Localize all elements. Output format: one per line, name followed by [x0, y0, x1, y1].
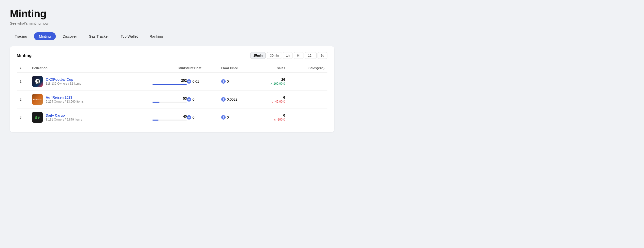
time-btn-15min[interactable]: 15min — [250, 52, 266, 59]
col-mint-cost: Mint Cost — [187, 66, 221, 70]
mint-bar — [152, 84, 187, 85]
collection-cell: REISENAuf Reisen 20239,294 Owners / 13,5… — [32, 94, 101, 105]
page-title: Minting — [10, 8, 334, 20]
collection-name[interactable]: Daily Cargo — [46, 113, 82, 117]
eth-icon — [187, 97, 191, 102]
collection-name[interactable]: Auf Reisen 2023 — [46, 95, 84, 99]
sales-cell: 26↗ 160.00% — [256, 78, 285, 85]
eth-icon — [221, 97, 226, 102]
table-row: 2REISENAuf Reisen 20239,294 Owners / 13,… — [17, 91, 328, 109]
chart-cell — [285, 112, 324, 122]
collection-meta: 118,139 Owners / 32 Items — [46, 82, 81, 85]
mint-bar-container — [152, 102, 187, 103]
row-num: 2 — [20, 97, 32, 101]
time-filters: 15min30min1h6h12h1d — [250, 52, 328, 59]
eth-icon — [187, 79, 191, 84]
sales-change: ↗ 160.00% — [256, 82, 285, 85]
collection-meta: 8,131 Owners / 9,879 Items — [46, 118, 82, 121]
minting-table: # Collection Mints Mint Cost Floor Price… — [17, 64, 328, 126]
sales-change: ↘ -100% — [256, 118, 285, 121]
mint-bar — [152, 102, 160, 103]
chart-cell — [285, 95, 324, 104]
collection-meta: 9,294 Owners / 13,560 Items — [46, 100, 84, 103]
time-btn-1h[interactable]: 1h — [283, 52, 293, 59]
page-subtitle: See what's minting now — [10, 21, 334, 25]
collection-info: OKXFootballCup118,139 Owners / 32 Items — [46, 78, 81, 85]
table-row: 3$0Daily Cargo8,131 Owners / 9,879 Items… — [17, 109, 328, 126]
time-btn-30min[interactable]: 30min — [267, 52, 282, 59]
floor-price-value: 0.0032 — [227, 97, 238, 101]
sales-value: 6 — [256, 95, 285, 99]
mint-cost-value: 0 — [192, 115, 194, 119]
collection-cell: ⚽OKXFootballCup118,139 Owners / 32 Items — [32, 76, 101, 87]
sales-value: 0 — [256, 113, 285, 117]
floor-price-value: 0 — [227, 80, 229, 83]
nav-tab-top-wallet[interactable]: Top Wallet — [116, 32, 142, 40]
nav-tab-trading[interactable]: Trading — [10, 32, 32, 40]
sales-cell: 0↘ -100% — [256, 113, 285, 121]
card-title: Minting — [17, 53, 32, 58]
col-collection: Collection — [32, 66, 101, 70]
nav-tab-gas-tracker[interactable]: Gas Tracker — [84, 32, 114, 40]
floor-price-value: 0 — [227, 115, 229, 119]
mint-cost-cell: 0 — [187, 97, 221, 102]
collection-image: $0 — [32, 112, 43, 123]
nav-tab-ranking[interactable]: Ranking — [144, 32, 168, 40]
mint-bar — [152, 120, 158, 121]
collection-cell: $0Daily Cargo8,131 Owners / 9,879 Items — [32, 112, 101, 123]
time-btn-12h[interactable]: 12h — [305, 52, 316, 59]
mints-cell: 45 — [101, 114, 187, 121]
table-body: 1⚽OKXFootballCup118,139 Owners / 32 Item… — [17, 73, 328, 126]
row-num: 3 — [20, 115, 32, 119]
col-num: # — [20, 66, 32, 70]
mint-bar-container — [152, 84, 187, 85]
col-sales24h: Sales(24h) — [285, 66, 324, 70]
mint-cost-cell: 0 — [187, 115, 221, 120]
mini-chart — [295, 112, 324, 122]
eth-icon — [187, 115, 191, 120]
mint-bar-container — [152, 120, 187, 121]
collection-name[interactable]: OKXFootballCup — [46, 78, 81, 81]
floor-price-cell: 0 — [221, 79, 256, 84]
mints-cell: 252 — [101, 79, 187, 85]
sales-change: ↘ -45.00% — [256, 100, 285, 103]
collection-image: REISEN — [32, 94, 43, 105]
mint-cost-value: 0.01 — [192, 80, 199, 83]
nav-tab-minting[interactable]: Minting — [34, 32, 56, 40]
sales-cell: 6↘ -45.00% — [256, 95, 285, 103]
collection-image: ⚽ — [32, 76, 43, 87]
nav-tab-discover[interactable]: Discover — [58, 32, 82, 40]
sales-value: 26 — [256, 78, 285, 81]
eth-icon — [221, 115, 226, 120]
eth-icon — [221, 79, 226, 84]
card-header: Minting 15min30min1h6h12h1d — [17, 52, 328, 59]
mints-value: 252 — [181, 79, 187, 82]
mints-value: 53 — [183, 96, 187, 100]
mint-cost-value: 0 — [192, 97, 194, 101]
table-row: 1⚽OKXFootballCup118,139 Owners / 32 Item… — [17, 73, 328, 91]
time-btn-6h[interactable]: 6h — [294, 52, 304, 59]
col-mints: Mints — [101, 66, 187, 70]
collection-info: Daily Cargo8,131 Owners / 9,879 Items — [46, 113, 82, 121]
mints-value: 45 — [183, 114, 187, 118]
col-sales: Sales — [256, 66, 285, 70]
time-btn-1d[interactable]: 1d — [318, 52, 328, 59]
collection-info: Auf Reisen 20239,294 Owners / 13,560 Ite… — [46, 95, 84, 103]
mint-cost-cell: 0.01 — [187, 79, 221, 84]
floor-price-cell: 0.0032 — [221, 97, 256, 102]
mints-cell: 53 — [101, 96, 187, 103]
mini-chart — [295, 95, 324, 104]
floor-price-cell: 0 — [221, 115, 256, 120]
mini-chart — [295, 77, 324, 86]
nav-tabs: TradingMintingDiscoverGas TrackerTop Wal… — [10, 32, 334, 40]
col-floor-price: Floor Price — [221, 66, 256, 70]
chart-cell — [285, 77, 324, 86]
row-num: 1 — [20, 80, 32, 83]
main-card: Minting 15min30min1h6h12h1d # Collection… — [10, 46, 334, 132]
table-header: # Collection Mints Mint Cost Floor Price… — [17, 64, 328, 73]
